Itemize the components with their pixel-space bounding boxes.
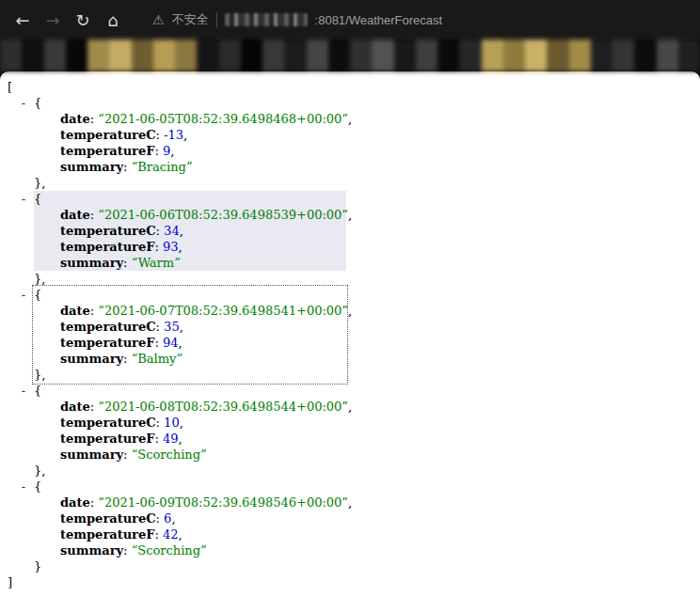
home-button[interactable]: ⌂ — [98, 5, 128, 35]
json-object-body: {date: “2021-06-07T08:52:39.6498541+00:0… — [34, 287, 346, 367]
json-colon: : — [156, 511, 165, 526]
json-key: summary — [60, 543, 123, 558]
json-object-region: {date: “2021-06-05T08:52:39.6498468+00:0… — [34, 95, 346, 191]
censor-block — [328, 39, 350, 71]
json-colon: : — [156, 224, 165, 238]
json-colon: : — [156, 320, 165, 334]
object-open-brace: { — [34, 191, 346, 207]
json-object-region: {date: “2021-06-09T08:52:39.6498546+00:0… — [34, 479, 346, 574]
address-bar[interactable]: ⚠ 不安全 :8081/WeatherForecast — [152, 11, 442, 28]
divider — [216, 12, 217, 27]
json-colon: : — [154, 144, 163, 158]
json-key: date — [60, 304, 90, 318]
censor-block — [175, 39, 197, 71]
json-value: “2021-06-06T08:52:39.6498539+00:00” — [98, 208, 348, 222]
json-comma: , — [171, 511, 175, 526]
forward-button[interactable]: → — [38, 5, 68, 35]
censor-block — [88, 39, 109, 71]
json-value: 94 — [163, 336, 179, 350]
json-property-line: summary: “Scorching” — [34, 542, 346, 558]
json-colon: : — [154, 527, 163, 542]
json-property-line: date: “2021-06-07T08:52:39.6498541+00:00… — [34, 303, 346, 319]
json-property-line: date: “2021-06-09T08:52:39.6498546+00:00… — [34, 495, 346, 511]
json-property-line: date: “2021-06-08T08:52:39.6498544+00:00… — [34, 399, 346, 415]
json-comma: , — [179, 240, 183, 254]
object-close-brace: }, — [34, 271, 346, 287]
json-key: date — [60, 495, 90, 510]
json-key: temperatureC — [60, 224, 156, 238]
collapse-toggle[interactable]: - — [20, 383, 27, 399]
json-property-line: temperatureF: 94, — [34, 335, 346, 351]
browser-toolbar: ← → ↻ ⌂ ⚠ 不安全 :8081/WeatherForecast — [0, 0, 700, 39]
censor-block — [241, 39, 262, 71]
object-open-brace: { — [34, 95, 346, 111]
json-property-line: temperatureC: -13, — [34, 127, 346, 143]
json-value: “Scorching” — [132, 543, 207, 558]
warning-icon: ⚠ — [152, 12, 165, 27]
json-comma: , — [348, 112, 352, 126]
json-entry: -{date: “2021-06-07T08:52:39.6498541+00:… — [34, 287, 700, 383]
json-key: temperatureF — [60, 527, 154, 542]
json-value: “2021-06-08T08:52:39.6498544+00:00” — [98, 400, 348, 414]
json-colon: : — [154, 336, 163, 350]
json-value: “Scorching” — [132, 448, 207, 462]
censor-block — [416, 39, 438, 71]
json-colon: : — [123, 160, 132, 174]
censor-block — [372, 39, 393, 71]
json-colon: : — [123, 543, 132, 558]
censor-block — [66, 39, 88, 71]
censor-block — [22, 39, 43, 71]
json-comma: , — [348, 208, 352, 222]
censor-block — [482, 39, 503, 71]
json-value: “Bracing” — [132, 160, 193, 174]
json-property-line: temperatureC: 10, — [34, 415, 346, 431]
json-property-line: date: “2021-06-06T08:52:39.6498539+00:00… — [34, 207, 346, 223]
json-colon: : — [156, 416, 165, 430]
object-open-brace: { — [34, 383, 346, 399]
object-open-brace: { — [34, 479, 346, 495]
json-property-line: date: “2021-06-05T08:52:39.6498468+00:00… — [34, 111, 346, 127]
json-property-line: temperatureF: 42, — [34, 526, 346, 542]
back-button[interactable]: ← — [8, 5, 38, 35]
json-value: 34 — [164, 224, 180, 238]
json-key: summary — [60, 448, 123, 462]
censor-block — [547, 39, 568, 71]
json-value: 35 — [164, 320, 180, 334]
censor-block — [109, 39, 131, 71]
json-comma: , — [180, 320, 183, 334]
censor-block — [657, 39, 678, 71]
json-property-line: temperatureC: 6, — [34, 511, 346, 526]
censor-block — [612, 39, 634, 71]
json-key: temperatureF — [60, 336, 154, 350]
json-object-body: {date: “2021-06-08T08:52:39.6498544+00:0… — [34, 383, 346, 463]
json-property-line: summary: “Balmy” — [34, 351, 346, 367]
security-label[interactable]: 不安全 — [172, 11, 209, 28]
json-property-line: summary: “Warm” — [34, 255, 346, 271]
json-value: 49 — [163, 432, 179, 446]
json-key: temperatureF — [60, 432, 154, 446]
reload-button[interactable]: ↻ — [68, 5, 98, 35]
json-property-line: summary: “Scorching” — [34, 447, 346, 463]
json-key: temperatureC — [60, 128, 156, 142]
censor-block — [438, 39, 459, 71]
collapse-toggle[interactable]: - — [20, 479, 27, 495]
censor-block — [0, 39, 22, 71]
json-key: summary — [60, 160, 123, 174]
object-close-brace: }, — [34, 463, 346, 479]
array-open-bracket: [ — [8, 79, 700, 95]
json-colon: : — [123, 448, 132, 462]
json-key: summary — [60, 256, 123, 270]
json-property-line: temperatureF: 93, — [34, 239, 346, 255]
collapse-toggle[interactable]: - — [20, 287, 27, 303]
censor-block — [591, 39, 612, 71]
json-property-line: temperatureF: 9, — [34, 143, 346, 159]
censor-block — [44, 39, 66, 71]
collapse-toggle[interactable]: - — [20, 191, 27, 207]
collapse-toggle[interactable]: - — [20, 95, 27, 111]
censor-block — [219, 39, 241, 71]
json-value: -13 — [164, 128, 183, 142]
json-comma: , — [179, 336, 183, 350]
object-close-brace: } — [34, 558, 346, 574]
censored-host — [225, 13, 308, 26]
json-comma: , — [348, 304, 352, 318]
